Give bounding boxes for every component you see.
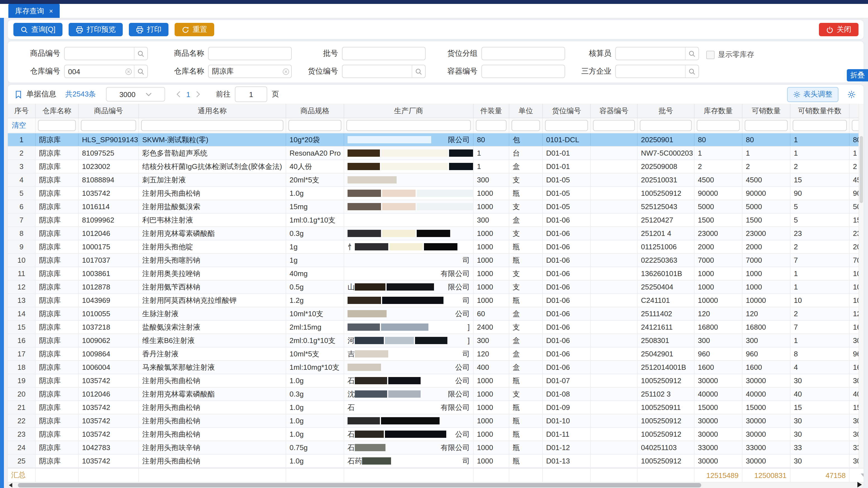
filter-input-field[interactable] <box>65 50 134 58</box>
table-row[interactable]: 5阴凉库1035742注射用头孢曲松钠1.0g]1000瓶D01-0510052… <box>8 187 864 200</box>
column-header-seq[interactable]: 序号 <box>8 104 36 118</box>
column-filter-sellable[interactable] <box>745 120 788 131</box>
table-row[interactable]: 7阴凉库81099962利巴韦林注射液1ml:0.1g*10支300盒D01-0… <box>8 214 864 227</box>
query-button[interactable]: 查询[Q] <box>13 23 63 36</box>
goto-page-input[interactable] <box>235 87 267 102</box>
clear-icon[interactable] <box>282 68 289 75</box>
column-filter-name[interactable] <box>141 120 283 131</box>
column-header-warehouse[interactable]: 仓库名称 <box>36 104 79 118</box>
filter-input-field[interactable] <box>482 67 564 75</box>
table-row[interactable]: 8阴凉库1012046注射用克林霉素磷酸酯0.3g1000支D01-062512… <box>8 227 864 240</box>
filter-input-容器编号[interactable] <box>482 65 565 78</box>
filter-input-商品编号[interactable] <box>64 47 148 60</box>
tab-close-icon[interactable]: × <box>49 7 53 15</box>
search-icon[interactable] <box>134 65 147 77</box>
table-row[interactable]: 6阴凉库1016114注射用盐酸氨溴索15mg1000支D01-05525125… <box>8 200 864 214</box>
clear-filters-link[interactable]: 清空 <box>10 121 26 131</box>
column-header-batch[interactable]: 批号 <box>638 104 694 118</box>
column-filter-sellpcs[interactable] <box>793 120 847 131</box>
column-header-maker[interactable]: 生产厂商 <box>344 104 474 118</box>
table-row[interactable]: 4阴凉库81088894刺五加注射液20ml*5支300支D01-0520251… <box>8 173 864 187</box>
close-button[interactable]: 关闭 <box>819 23 859 36</box>
column-header-container[interactable]: 容器编号 <box>591 104 638 118</box>
table-row[interactable]: 25阴凉库1035742注射用头孢曲松钠1.0g石药司1000瓶D01-1310… <box>8 455 864 468</box>
table-row[interactable]: 23阴凉库1035742注射用头孢曲松钠1.0g石公司1000瓶D01-1110… <box>8 428 864 441</box>
page-size-select[interactable]: 3000 <box>106 87 165 101</box>
table-row[interactable]: 22阴凉库1035742注射用头孢曲松钠1.0g1000瓶D01-1010052… <box>8 414 864 428</box>
column-header-name[interactable]: 通用名称 <box>139 104 286 118</box>
filter-input-仓库名称[interactable] <box>208 65 292 78</box>
dropdown-arrow-icon[interactable] <box>861 474 864 477</box>
column-header-spec[interactable]: 商品规格 <box>286 104 344 118</box>
table-row[interactable]: 17阴凉库1009864香丹注射液10ml*5支吉司120盒D01-062504… <box>8 348 864 361</box>
table-row[interactable]: 19阴凉库1035742注射用头孢曲松钠1.0g石公司1000瓶D01-0710… <box>8 374 864 388</box>
filter-input-货位编号[interactable] <box>342 65 426 78</box>
fold-button[interactable]: 折叠 <box>847 69 868 82</box>
next-page-icon[interactable] <box>196 91 200 98</box>
table-row[interactable]: 10阴凉库1017037注射用头孢噻肟钠1g司1000瓶D01-06022250… <box>8 254 864 267</box>
filter-input-批号[interactable] <box>342 47 426 60</box>
column-header-loc[interactable]: 货位编号 <box>543 104 591 118</box>
scroll-left-icon[interactable] <box>9 483 12 487</box>
header-adjust-button[interactable]: 表头调整 <box>787 87 838 102</box>
filter-input-field[interactable] <box>209 50 291 58</box>
filter-input-商品名称[interactable] <box>208 47 292 60</box>
column-header-unit[interactable]: 单位 <box>509 104 543 118</box>
table-row[interactable]: 2阴凉库81097525彩色多普勒超声系统ResonaA20 Pro]1台D01… <box>8 147 864 160</box>
filter-input-field[interactable] <box>482 50 564 58</box>
filter-input-field[interactable] <box>65 67 125 75</box>
table-row[interactable]: 18阴凉库1006004马来酸氯苯那敏注射液1ml:10mg*10支公司400盒… <box>8 361 864 374</box>
table-row[interactable]: 20阴凉库1012046注射用克林霉素磷酸酯0.3g沈限公司1000支D01-0… <box>8 388 864 401</box>
column-header-stock[interactable]: 库存数量 <box>694 104 743 118</box>
column-filter-loc[interactable] <box>545 120 588 131</box>
column-filter-batch[interactable] <box>640 120 692 131</box>
table-row[interactable]: 9阴凉库1000175注射用头孢他啶1g忄1000瓶D01-0601125100… <box>8 240 864 254</box>
checkbox-icon[interactable] <box>706 51 715 59</box>
table-row[interactable]: 16阴凉库1009062维生素B6注射液2ml:0.1g*10支河]300盒D0… <box>8 334 864 348</box>
column-header-sellpcs[interactable]: 可销数量件数 <box>790 104 849 118</box>
reset-button[interactable]: 重置 <box>175 23 215 36</box>
table-row[interactable]: 21阴凉库1035742注射用头孢曲松钠1.0g石有限公司1000瓶D01-09… <box>8 401 864 414</box>
filter-input-field[interactable] <box>209 67 282 75</box>
filter-input-三方企业[interactable] <box>615 65 699 78</box>
column-filter-container[interactable] <box>593 120 635 131</box>
filter-input-field[interactable] <box>616 67 685 75</box>
clear-icon[interactable] <box>125 68 132 75</box>
horizontal-scroll-thumb[interactable] <box>18 483 701 487</box>
scroll-right-icon[interactable] <box>858 482 862 487</box>
table-row[interactable]: 12阴凉库1012878注射用氨苄西林钠0.5g山限公司1000支D01-062… <box>8 281 864 294</box>
search-icon[interactable] <box>412 65 425 77</box>
filter-input-仓库编号[interactable] <box>64 65 148 78</box>
filter-input-field[interactable] <box>342 67 412 75</box>
table-row[interactable]: 24阴凉库1042783注射用头孢呋辛钠0.75g石有限公司1000瓶D01-1… <box>8 441 864 455</box>
column-filter-maker[interactable] <box>346 120 471 131</box>
search-icon[interactable] <box>685 47 699 60</box>
column-filter-pack[interactable] <box>476 120 506 131</box>
filter-input-field[interactable] <box>616 50 685 58</box>
column-header-sellable[interactable]: 可销数量 <box>743 104 790 118</box>
table-row[interactable]: 15阴凉库1037218盐酸氨溴索注射液2ml:15mg]2400支D01-06… <box>8 321 864 334</box>
column-filter-spec[interactable] <box>288 120 341 131</box>
table-row[interactable]: 13阴凉库1043969注射用阿莫西林钠克拉维酸钾1.2g司1000瓶D01-0… <box>8 294 864 307</box>
filter-input-核算员[interactable] <box>615 47 699 60</box>
column-filter-code[interactable] <box>81 120 136 131</box>
vertical-scroll-thumb[interactable] <box>860 136 863 203</box>
column-filter-warehouse[interactable] <box>38 120 76 131</box>
current-page[interactable]: 1 <box>186 90 190 98</box>
filter-input-货位分组[interactable] <box>482 47 565 60</box>
column-header-code[interactable]: 商品编号 <box>79 104 139 118</box>
print-button[interactable]: 打印 <box>129 23 169 36</box>
vertical-scrollbar[interactable] <box>859 104 864 468</box>
search-icon[interactable] <box>134 47 147 60</box>
tab-inventory-query[interactable]: 库存查询 × <box>8 4 60 18</box>
print-preview-button[interactable]: 打印预览 <box>69 23 123 36</box>
table-row[interactable]: 1阴凉库HLS_SP9019143SKWM-测试颗粒(零)10g*20袋限公司8… <box>8 133 864 147</box>
search-icon[interactable] <box>685 65 699 77</box>
horizontal-scrollbar[interactable] <box>8 482 864 488</box>
filter-input-field[interactable] <box>342 50 425 58</box>
column-header-pack[interactable]: 件装量 <box>474 104 509 118</box>
column-filter-stock[interactable] <box>697 120 740 131</box>
table-row[interactable]: 14阴凉库1010055生脉注射液10ml*10支公司60盒D01-062511… <box>8 307 864 321</box>
gear-icon[interactable] <box>847 90 856 98</box>
column-filter-unit[interactable] <box>512 120 540 131</box>
